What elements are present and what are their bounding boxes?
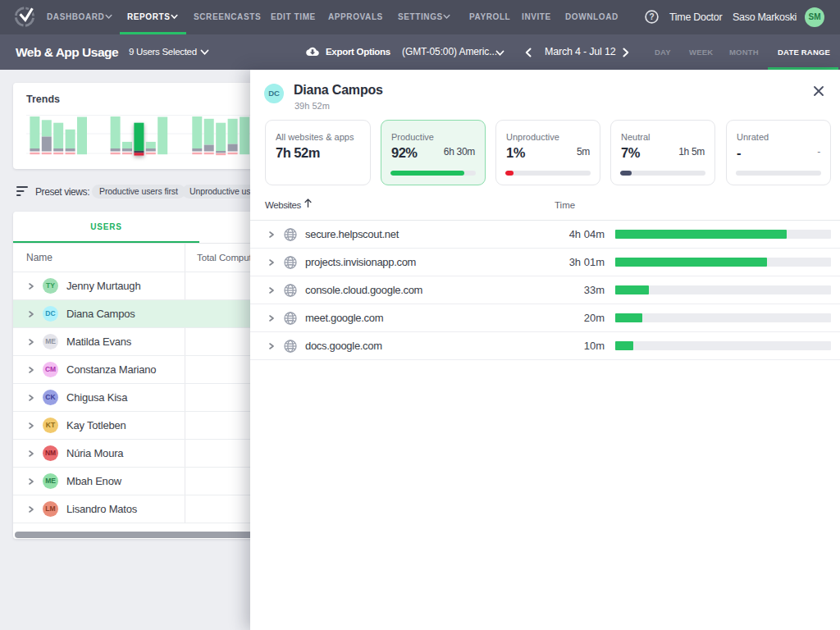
svg-text:?: ? — [649, 12, 654, 21]
